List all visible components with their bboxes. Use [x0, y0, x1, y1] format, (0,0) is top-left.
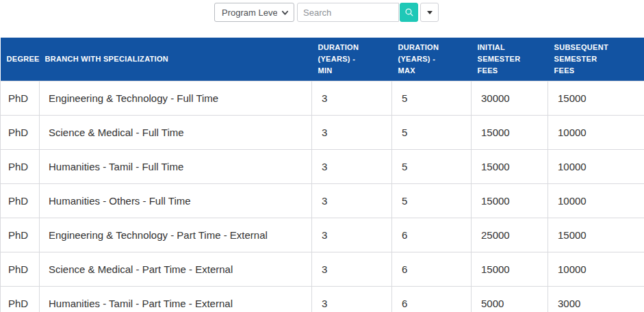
column-header-initial-fees: INITIAL SEMESTER FEES	[472, 38, 548, 81]
table-row: PhD Humanities - Tamil - Part Time - Ext…	[1, 287, 644, 312]
cell-initial-fees: 15000	[472, 150, 548, 184]
cell-branch: Humanities - Tamil - Part Time - Externa…	[40, 287, 312, 312]
search-input[interactable]	[297, 3, 399, 22]
cell-duration-max: 5	[392, 150, 472, 184]
cell-duration-min: 3	[312, 116, 392, 150]
cell-subsequent-fees: 15000	[548, 218, 644, 252]
cell-degree: PhD	[1, 116, 40, 150]
cell-duration-min: 3	[312, 218, 392, 252]
fees-table: DEGREE BRANCH WITH SPECIALIZATION DURATI…	[0, 38, 644, 312]
table-row: PhD Humanities - Tamil - Full Time 3 5 1…	[1, 150, 644, 184]
cell-subsequent-fees: 10000	[548, 252, 644, 287]
cell-subsequent-fees: 10000	[548, 116, 644, 150]
magnifier-icon	[404, 8, 414, 17]
cell-duration-max: 6	[392, 218, 472, 252]
program-level-select[interactable]: Program Level	[214, 3, 294, 22]
table-header-row: DEGREE BRANCH WITH SPECIALIZATION DURATI…	[1, 38, 644, 81]
cell-branch: Engineering & Technology - Part Time - E…	[40, 218, 312, 252]
table-body: PhD Engineering & Technology - Full Time…	[1, 81, 644, 312]
table-row: PhD Engineering & Technology - Full Time…	[1, 81, 644, 116]
cell-subsequent-fees: 15000	[548, 81, 644, 116]
column-header-subsequent-fees: SUBSEQUENT SEMESTER FEES	[548, 38, 644, 81]
search-options-dropdown-button[interactable]	[420, 3, 439, 22]
cell-initial-fees: 15000	[472, 116, 548, 150]
cell-degree: PhD	[1, 150, 40, 184]
cell-duration-max: 5	[392, 116, 472, 150]
cell-duration-min: 3	[312, 150, 392, 184]
cell-degree: PhD	[1, 252, 40, 287]
cell-branch: Engineering & Technology - Full Time	[40, 81, 312, 116]
table-row: PhD Science & Medical - Full Time 3 5 15…	[1, 116, 644, 150]
table-header: DEGREE BRANCH WITH SPECIALIZATION DURATI…	[1, 38, 644, 81]
cell-duration-max: 5	[392, 81, 472, 116]
cell-degree: PhD	[1, 218, 40, 252]
cell-initial-fees: 15000	[472, 184, 548, 218]
cell-duration-max: 6	[392, 252, 472, 287]
program-level-select-wrap: Program Level	[214, 3, 294, 22]
cell-initial-fees: 25000	[472, 218, 548, 252]
cell-branch: Humanities - Others - Full Time	[40, 184, 312, 218]
caret-down-icon	[427, 11, 433, 14]
cell-branch: Humanities - Tamil - Full Time	[40, 150, 312, 184]
cell-subsequent-fees: 3000	[548, 287, 644, 312]
cell-initial-fees: 30000	[472, 81, 548, 116]
cell-subsequent-fees: 10000	[548, 184, 644, 218]
cell-duration-max: 6	[392, 287, 472, 312]
column-header-branch: BRANCH WITH SPECIALIZATION	[40, 38, 312, 81]
column-header-duration-max: DURATION (YEARS) - MAX	[392, 38, 472, 81]
table-row: PhD Engineering & Technology - Part Time…	[1, 218, 644, 252]
column-header-duration-min: DURATION (YEARS) - MIN	[312, 38, 392, 81]
column-header-degree: DEGREE	[1, 38, 40, 81]
cell-initial-fees: 15000	[472, 252, 548, 287]
cell-duration-min: 3	[312, 184, 392, 218]
cell-duration-min: 3	[312, 287, 392, 312]
cell-duration-min: 3	[312, 252, 392, 287]
cell-duration-min: 3	[312, 81, 392, 116]
cell-initial-fees: 5000	[472, 287, 548, 312]
table-row: PhD Science & Medical - Part Time - Exte…	[1, 252, 644, 287]
table-row: PhD Humanities - Others - Full Time 3 5 …	[1, 184, 644, 218]
cell-degree: PhD	[1, 287, 40, 312]
cell-duration-max: 5	[392, 184, 472, 218]
cell-branch: Science & Medical - Part Time - External	[40, 252, 312, 287]
toolbar: Program Level	[0, 0, 644, 38]
cell-branch: Science & Medical - Full Time	[40, 116, 312, 150]
search-button[interactable]	[400, 3, 418, 22]
cell-subsequent-fees: 10000	[548, 150, 644, 184]
cell-degree: PhD	[1, 184, 40, 218]
cell-degree: PhD	[1, 81, 40, 116]
